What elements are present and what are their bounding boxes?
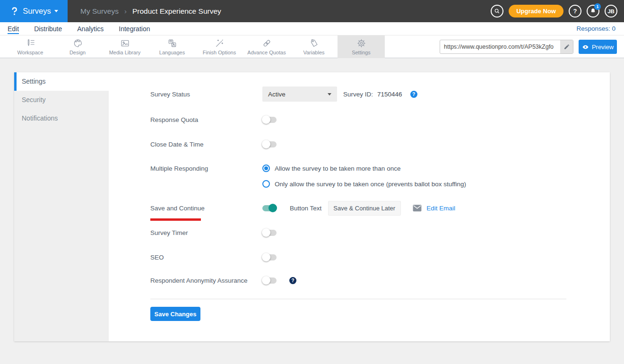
- sidebar-item-notifications[interactable]: Notifications: [14, 109, 109, 128]
- seo-toggle[interactable]: [262, 254, 277, 260]
- settings-sidebar: Settings Security Notifications: [14, 72, 109, 341]
- notifications-button[interactable]: 1: [587, 5, 599, 17]
- sidebar-item-settings[interactable]: Settings: [14, 72, 109, 91]
- questionpro-settings-page: Surveys My Surveys › Product Experience …: [0, 0, 624, 364]
- help-button[interactable]: ?: [569, 5, 581, 17]
- toolbar-label: Design: [69, 50, 86, 55]
- anonymity-label: Respondent Anonymity Assurance: [150, 277, 262, 284]
- survey-id-help-icon[interactable]: ?: [410, 91, 417, 98]
- toolbar-item-workspace[interactable]: Workspace: [7, 35, 54, 58]
- edit-toolbar: Workspace Design Media Library Languages…: [0, 35, 624, 58]
- breadcrumb: My Surveys › Product Experience Survey: [80, 7, 221, 16]
- chain-link-icon: [262, 38, 272, 48]
- eye-icon: [582, 43, 589, 51]
- toolbar-label: Media Library: [109, 50, 141, 55]
- header-actions: Upgrade Now ? 1 JB: [491, 5, 617, 17]
- toggle-knob: [262, 276, 270, 285]
- toggle-knob: [262, 228, 270, 237]
- radio-only-once[interactable]: [262, 180, 270, 188]
- save-continue-toggle[interactable]: [262, 205, 277, 211]
- toolbar-item-variables[interactable]: Variables: [290, 35, 338, 58]
- tab-edit[interactable]: Edit: [0, 22, 26, 35]
- envelope-icon: [412, 204, 422, 212]
- toolbar-item-languages[interactable]: Languages: [148, 35, 196, 58]
- anonymity-toggle[interactable]: [262, 277, 277, 284]
- survey-id-label: Survey ID:: [343, 91, 373, 98]
- pencil-icon: [563, 43, 570, 50]
- search-button[interactable]: [491, 5, 503, 17]
- survey-id-value: 7150446: [377, 91, 402, 98]
- toolbar-label: Settings: [352, 50, 371, 55]
- toolbar-label: Advance Quotas: [247, 50, 286, 55]
- tab-analytics[interactable]: Analytics: [69, 22, 111, 35]
- tab-integration[interactable]: Integration: [111, 22, 157, 35]
- toggle-knob: [262, 140, 270, 148]
- multiple-responding-label: Multiple Responding: [150, 165, 262, 172]
- toggle-knob: [262, 115, 270, 124]
- toolbar-label: Finish Options: [203, 50, 236, 55]
- survey-url-field: [440, 40, 573, 54]
- chevron-down-icon: [54, 10, 58, 12]
- top-header: Surveys My Surveys › Product Experience …: [0, 0, 624, 22]
- responses-count[interactable]: Responses: 0: [576, 22, 624, 35]
- product-switcher[interactable]: Surveys: [0, 0, 68, 22]
- magic-wand-icon: [215, 38, 225, 48]
- response-quota-label: Response Quota: [150, 116, 262, 123]
- radio-allow-multiple[interactable]: [262, 165, 270, 172]
- save-continue-row: Save and Continue Button Text Edit Email: [150, 200, 566, 216]
- save-changes-button[interactable]: Save Changes: [150, 307, 200, 321]
- breadcrumb-separator: ›: [124, 7, 127, 15]
- radio-only-once-label[interactable]: Only allow the survey to be taken once (…: [275, 181, 466, 188]
- breadcrumb-my-surveys[interactable]: My Surveys: [80, 7, 119, 16]
- toolbar-label: Variables: [303, 50, 324, 55]
- avatar[interactable]: JB: [605, 5, 617, 17]
- toolbar-item-finish-options[interactable]: Finish Options: [196, 35, 243, 58]
- survey-timer-toggle[interactable]: [262, 230, 277, 236]
- survey-nav-tabs: Edit Distribute Analytics Integration Re…: [0, 22, 624, 35]
- survey-status-label: Survey Status: [150, 91, 262, 98]
- toolbar-item-media-library[interactable]: Media Library: [101, 35, 148, 58]
- button-text-input[interactable]: [328, 201, 401, 216]
- workspace-icon: [26, 38, 35, 48]
- toolbar-label: Languages: [159, 50, 185, 55]
- sidebar-item-security[interactable]: Security: [14, 91, 109, 109]
- toolbar-item-settings[interactable]: Settings: [338, 35, 385, 58]
- image-icon: [120, 38, 130, 48]
- survey-url-input[interactable]: [440, 43, 560, 50]
- toggle-knob: [269, 204, 277, 212]
- toolbar-items: Workspace Design Media Library Languages…: [7, 35, 385, 58]
- response-quota-row: Response Quota: [150, 112, 566, 128]
- survey-timer-label: Survey Timer: [150, 229, 262, 236]
- close-date-row: Close Date & Time: [150, 136, 566, 152]
- gear-icon: [356, 38, 366, 48]
- design-palette-icon: [73, 38, 83, 48]
- toggle-knob: [262, 253, 270, 261]
- breadcrumb-current-survey: Product Experience Survey: [132, 7, 221, 16]
- notification-count-badge: 1: [594, 3, 601, 10]
- edit-url-button[interactable]: [560, 40, 573, 53]
- tag-icon: [309, 38, 319, 48]
- response-quota-toggle[interactable]: [262, 117, 277, 123]
- anonymity-row: Respondent Anonymity Assurance ?: [150, 272, 566, 288]
- anonymity-help-icon[interactable]: ?: [289, 277, 296, 284]
- upgrade-now-button[interactable]: Upgrade Now: [509, 5, 563, 17]
- avatar-initials: JB: [607, 9, 615, 14]
- seo-label: SEO: [150, 254, 262, 261]
- edit-email-link[interactable]: Edit Email: [426, 205, 455, 212]
- tab-distribute[interactable]: Distribute: [26, 22, 69, 35]
- product-name: Surveys: [23, 7, 51, 16]
- close-date-toggle[interactable]: [262, 141, 277, 147]
- radio-allow-multiple-label[interactable]: Allow the survey to be taken more than o…: [275, 165, 400, 172]
- preview-button[interactable]: Preview: [579, 40, 617, 54]
- survey-status-dropdown[interactable]: Active: [262, 87, 337, 102]
- save-continue-label: Save and Continue: [150, 205, 205, 212]
- multiple-responding-row: Multiple Responding Allow the survey to …: [150, 160, 566, 176]
- toolbar-item-advance-quotas[interactable]: Advance Quotas: [243, 35, 290, 58]
- toolbar-item-design[interactable]: Design: [54, 35, 101, 58]
- preview-label: Preview: [592, 43, 614, 51]
- multiple-responding-row2: Only allow the survey to be taken once (…: [150, 176, 566, 192]
- translate-icon: [167, 38, 177, 48]
- survey-timer-row: Survey Timer: [150, 225, 566, 241]
- search-icon: [494, 8, 501, 15]
- survey-status-row: Survey Status Active Survey ID: 7150446 …: [150, 86, 566, 102]
